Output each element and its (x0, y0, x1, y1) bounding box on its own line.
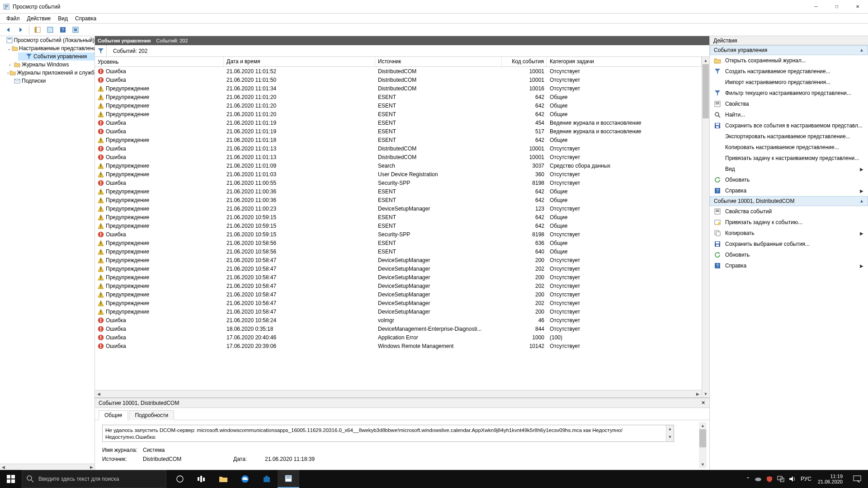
window-close-button[interactable]: ✕ (847, 0, 868, 14)
toolbar-show-tree-button[interactable] (32, 24, 43, 35)
action-item[interactable]: Импорт настраиваемого представления... (710, 77, 868, 88)
action-item[interactable]: Привязать задачу к событию... (710, 217, 868, 228)
nav-back-button[interactable] (3, 24, 14, 35)
table-row[interactable]: Предупреждение21.06.2020 10:59:15ESENT64… (95, 221, 702, 230)
action-item[interactable]: Сохранить выбранные события... (710, 239, 868, 249)
table-row[interactable]: Предупреждение21.06.2020 11:01:18ESENT64… (95, 136, 702, 144)
scroll-right-icon[interactable]: ▶ (694, 390, 702, 398)
scroll-up-icon[interactable]: ▲ (699, 422, 707, 429)
table-row[interactable]: Ошибка21.06.2020 11:01:19ESENT517Ведение… (95, 127, 702, 136)
menu-help[interactable]: Справка (71, 14, 100, 23)
start-button[interactable] (0, 470, 22, 488)
table-row[interactable]: Ошибка21.06.2020 11:01:13DistributedCOM1… (95, 153, 702, 161)
taskbar-notifications[interactable] (846, 470, 868, 488)
column-category[interactable]: Категория задачи (547, 57, 702, 66)
action-item[interactable]: Экспортировать настраиваемое представлен… (710, 131, 868, 142)
action-item[interactable]: Привязать задачу к настраиваемому предст… (710, 153, 868, 164)
grid-horizontal-scrollbar[interactable]: ◀ ▶ (95, 390, 702, 398)
taskbar-edge[interactable] (234, 470, 256, 488)
table-row[interactable]: Предупреждение21.06.2020 10:58:47DeviceS… (95, 273, 702, 282)
scroll-down-icon[interactable]: ▼ (702, 390, 709, 398)
action-item[interactable]: Копировать▶ (710, 228, 868, 239)
table-row[interactable]: Ошибка18.06.2020 0:35:18DeviceManagement… (95, 324, 702, 333)
table-row[interactable]: Ошибка21.06.2020 11:00:55Security-SPP819… (95, 178, 702, 187)
action-item[interactable]: Свойства (710, 99, 868, 109)
taskbar-store[interactable] (256, 470, 278, 488)
table-row[interactable]: Предупреждение21.06.2020 10:58:47DeviceS… (95, 282, 702, 290)
table-row[interactable]: Ошибка17.06.2020 20:40:46Application Err… (95, 333, 702, 342)
table-row[interactable]: Предупреждение21.06.2020 10:58:56ESENT64… (95, 247, 702, 256)
table-row[interactable]: Ошибка21.06.2020 10:59:15Security-SPP819… (95, 230, 702, 239)
table-row[interactable]: Предупреждение21.06.2020 11:00:23DeviceS… (95, 204, 702, 213)
tray-chevron-up-icon[interactable]: ⌃ (746, 476, 750, 482)
taskbar-eventviewer[interactable] (278, 470, 299, 488)
action-item[interactable]: Вид▶ (710, 164, 868, 174)
tree-node-subscriptions[interactable]: Подписки (6, 77, 94, 85)
tab-general[interactable]: Общие (99, 410, 128, 420)
taskbar-search[interactable]: Введите здесь текст для поиска (22, 470, 166, 488)
toolbar-properties-button[interactable] (45, 24, 56, 35)
tree-node-custom-views[interactable]: ⌄ Настраиваемые представления (6, 44, 94, 52)
scroll-up-icon[interactable]: ▲ (702, 57, 709, 64)
menu-action[interactable]: Действие (24, 14, 55, 23)
action-item[interactable]: Обновить (710, 174, 868, 185)
table-row[interactable]: Предупреждение21.06.2020 10:58:47DeviceS… (95, 307, 702, 316)
scroll-left-icon[interactable]: ◀ (0, 464, 6, 470)
table-row[interactable]: Предупреждение21.06.2020 11:01:20ESENT64… (95, 110, 702, 118)
scroll-left-icon[interactable]: ◀ (95, 390, 103, 398)
taskbar-clock[interactable]: 11:19 21.06.2020 (814, 474, 846, 484)
tray-network-icon[interactable] (777, 476, 784, 482)
tray-onedrive-icon[interactable] (755, 476, 762, 482)
actions-group2-header[interactable]: Событие 10001, DistributedCOM ▲ (710, 196, 868, 206)
column-source[interactable]: Источник (375, 57, 502, 66)
tree-root[interactable]: Просмотр событий (Локальный) (0, 36, 94, 44)
action-item[interactable]: Открыть сохраненный журнал... (710, 55, 868, 66)
tree-horizontal-scrollbar[interactable]: ◀ ▶ (0, 464, 94, 470)
action-item[interactable]: Обновить (710, 249, 868, 260)
table-row[interactable]: Предупреждение21.06.2020 11:01:20ESENT64… (95, 101, 702, 110)
detail-close-button[interactable]: ✕ (699, 399, 707, 407)
table-row[interactable]: Предупреждение21.06.2020 10:58:47DeviceS… (95, 290, 702, 299)
tree-node-app-logs[interactable]: ›Журналы приложений и служб (6, 69, 94, 77)
expand-icon[interactable]: ⌄ (7, 46, 11, 51)
tray-security-icon[interactable] (766, 476, 773, 482)
table-row[interactable]: Предупреждение21.06.2020 11:01:03User De… (95, 170, 702, 178)
column-datetime[interactable]: Дата и время (224, 57, 375, 66)
table-row[interactable]: Предупреждение21.06.2020 11:00:36ESENT64… (95, 196, 702, 204)
action-item[interactable]: Фильтр текущего настраиваемого представл… (710, 88, 868, 99)
window-minimize-button[interactable]: ─ (806, 0, 826, 14)
taskbar-explorer[interactable] (212, 470, 234, 488)
menu-file[interactable]: Файл (3, 14, 24, 23)
scrollbar-thumb[interactable] (699, 429, 706, 447)
table-row[interactable]: Предупреждение21.06.2020 10:58:47DeviceS… (95, 299, 702, 307)
taskbar-cortana-button[interactable] (191, 470, 212, 488)
table-row[interactable]: Ошибка21.06.2020 11:01:52DistributedCOM1… (95, 67, 702, 75)
actions-group1-header[interactable]: События управления ▲ (710, 45, 868, 55)
table-row[interactable]: Предупреждение21.06.2020 11:00:36ESENT64… (95, 187, 702, 196)
taskview-button[interactable] (169, 470, 191, 488)
tree-node-windows-logs[interactable]: ›Журналы Windows (6, 61, 94, 69)
tab-details[interactable]: Подробности (129, 410, 174, 420)
tray-volume-icon[interactable] (789, 476, 796, 482)
table-row[interactable]: Предупреждение21.06.2020 10:58:47DeviceS… (95, 256, 702, 264)
grid-vertical-scrollbar[interactable]: ▲ ▼ (702, 57, 709, 398)
table-row[interactable]: Ошибка21.06.2020 10:58:24volmgr46Отсутст… (95, 316, 702, 324)
filter-icon[interactable] (95, 45, 107, 57)
expand-icon[interactable]: › (7, 62, 13, 67)
action-item[interactable]: Копировать настраиваемое представление..… (710, 142, 868, 153)
table-row[interactable]: Предупреждение21.06.2020 11:01:09Search3… (95, 161, 702, 170)
nav-forward-button[interactable] (15, 24, 26, 35)
action-item[interactable]: Сохранить все события в настраиваемом пр… (710, 120, 868, 131)
table-row[interactable]: Предупреждение21.06.2020 11:01:34Distrib… (95, 84, 702, 93)
scroll-right-icon[interactable]: ▶ (88, 464, 94, 470)
scrollbar-thumb[interactable] (703, 64, 709, 118)
tray-language[interactable]: РУС (801, 476, 811, 482)
table-row[interactable]: Предупреждение21.06.2020 10:59:15ESENT64… (95, 213, 702, 221)
action-item[interactable]: ?Справка▶ (710, 185, 868, 196)
table-row[interactable]: Ошибка17.06.2020 20:39:06Windows Remote … (95, 342, 702, 350)
table-row[interactable]: Предупреждение21.06.2020 10:58:56ESENT63… (95, 239, 702, 247)
column-eventid[interactable]: Код события (502, 57, 547, 66)
description-scrollbar[interactable]: ▲▼ (666, 425, 674, 441)
table-row[interactable]: Ошибка21.06.2020 11:01:19ESENT454Ведение… (95, 118, 702, 127)
tree-node-admin-events[interactable]: События управления (18, 52, 94, 61)
